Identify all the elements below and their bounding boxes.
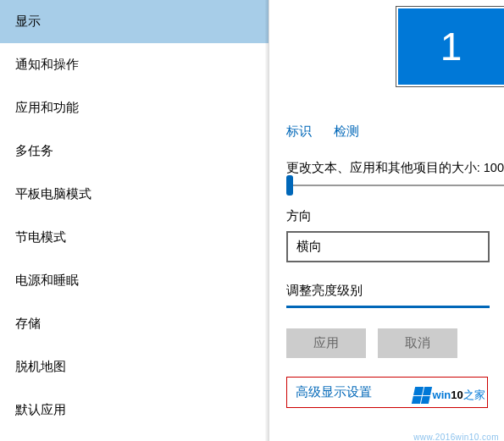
sidebar-item-display[interactable]: 显示 <box>0 0 269 43</box>
brightness-label: 调整亮度级别 <box>286 283 504 299</box>
sidebar-item-maps[interactable]: 脱机地图 <box>0 345 269 389</box>
settings-sidebar: 显示 通知和操作 应用和功能 多任务 平板电脑模式 节电模式 电源和睡眠 存储 … <box>0 0 269 441</box>
watermark-win: win <box>433 389 451 401</box>
sidebar-item-notifications[interactable]: 通知和操作 <box>0 43 269 86</box>
watermark-cn: 之家 <box>463 389 485 401</box>
orientation-select[interactable]: 横向 <box>286 231 490 262</box>
sidebar-item-battery[interactable]: 节电模式 <box>0 216 269 259</box>
sidebar-item-power[interactable]: 电源和睡眠 <box>0 259 269 302</box>
windows-logo-icon <box>411 387 431 404</box>
sidebar-item-about[interactable]: 关于 <box>0 432 269 441</box>
sidebar-item-multitask[interactable]: 多任务 <box>0 130 269 173</box>
sidebar-item-default-apps[interactable]: 默认应用 <box>0 389 269 432</box>
apply-button[interactable]: 应用 <box>286 328 366 358</box>
orientation-label: 方向 <box>286 208 504 224</box>
detect-link[interactable]: 检测 <box>334 124 359 138</box>
watermark: win10之家 <box>413 387 485 404</box>
sidebar-item-apps[interactable]: 应用和功能 <box>0 86 269 130</box>
main-panel: 1 标识 检测 更改文本、应用和其他项目的大小: 100 方向 横向 调整亮度级… <box>269 0 504 441</box>
brightness-slider[interactable] <box>286 306 490 308</box>
scale-slider[interactable] <box>286 185 504 186</box>
advanced-display-link-box: 高级显示设置 win10之家 <box>286 377 488 408</box>
slider-thumb[interactable] <box>286 175 293 196</box>
identify-link[interactable]: 标识 <box>286 124 312 138</box>
watermark-10: 10 <box>451 389 462 401</box>
sidebar-item-storage[interactable]: 存储 <box>0 302 269 345</box>
scale-label: 更改文本、应用和其他项目的大小: 100 <box>286 160 504 176</box>
advanced-display-link[interactable]: 高级显示设置 <box>296 384 372 400</box>
monitor-preview[interactable]: 1 <box>398 8 504 85</box>
watermark-url: www.2016win10.com <box>413 433 499 441</box>
cancel-button[interactable]: 取消 <box>378 328 457 358</box>
sidebar-item-tablet[interactable]: 平板电脑模式 <box>0 173 269 216</box>
